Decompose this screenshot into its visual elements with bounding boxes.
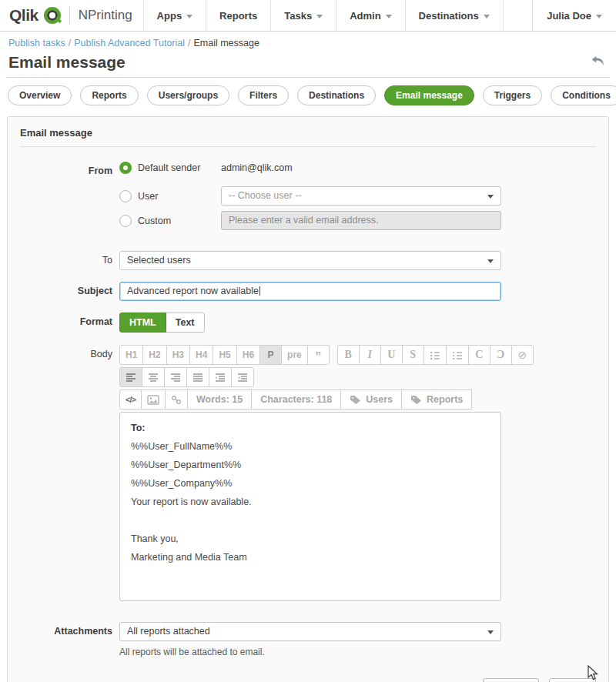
editor-line: %%User_Company%% — [131, 478, 490, 489]
choose-user-select[interactable]: -- Choose user -- — [221, 186, 501, 206]
clear-formatting-icon[interactable]: ⊘ — [511, 345, 534, 365]
body-editor[interactable]: To: %%User_FullName%% %%User_Department%… — [119, 412, 501, 601]
nav-item-admin[interactable]: Admin — [336, 0, 404, 31]
editor-line: Your report is now available. — [131, 496, 490, 507]
outdent-icon[interactable] — [231, 367, 254, 387]
brand-divider — [69, 7, 70, 24]
heading6-button[interactable]: H6 — [236, 345, 260, 365]
preformatted-button[interactable]: pre — [281, 345, 308, 365]
editor-line: Thank you, — [131, 533, 490, 544]
tab-triggers[interactable]: Triggers — [483, 85, 542, 105]
to-row: To Selected users — [8, 251, 608, 270]
radio-default-sender[interactable]: Default sender — [119, 162, 221, 174]
tab-overview[interactable]: Overview — [8, 85, 72, 105]
alignment-group — [119, 367, 254, 387]
ordered-list-icon[interactable] — [446, 345, 469, 365]
indent-icon[interactable] — [209, 367, 232, 387]
paragraph-button[interactable]: P — [259, 345, 282, 365]
body-toolbar-row-2 — [119, 367, 501, 387]
tab-conditions[interactable]: Conditions — [551, 85, 616, 105]
nav-item-destinations[interactable]: Destinations — [405, 0, 504, 31]
custom-email-input[interactable]: Please enter a valid email address. — [221, 211, 501, 230]
align-justify-icon[interactable] — [186, 367, 209, 387]
email-message-panel: Email message From Default sender admin@… — [7, 116, 609, 682]
radio-user[interactable]: User — [119, 190, 221, 202]
align-right-icon[interactable] — [164, 367, 187, 387]
tab-filters[interactable]: Filters — [238, 85, 289, 105]
format-toggle: HTML Text — [119, 313, 205, 333]
radio-button-icon[interactable] — [119, 215, 132, 227]
user-name: Julia Doe — [547, 10, 591, 22]
subject-input[interactable]: Advanced report now available — [119, 282, 501, 301]
undo-icon[interactable]: C — [490, 345, 512, 365]
tab-email-message[interactable]: Email message — [384, 85, 474, 105]
heading4-button[interactable]: H4 — [189, 345, 213, 365]
product-name: NPrinting — [79, 8, 132, 23]
insert-link-icon[interactable] — [165, 389, 188, 410]
nav-item-reports[interactable]: Reports — [206, 0, 270, 31]
format-label: Format — [8, 313, 119, 332]
nav-item-apps[interactable]: Apps — [143, 0, 206, 31]
subject-row: Subject Advanced report now available — [8, 282, 608, 301]
strikethrough-button[interactable]: S — [402, 345, 424, 365]
heading3-button[interactable]: H3 — [166, 345, 190, 365]
radio-button-icon[interactable] — [119, 190, 132, 202]
tab-destinations[interactable]: Destinations — [297, 85, 376, 105]
attachments-select[interactable]: All reports attached — [119, 622, 501, 641]
qlik-q-logo-icon — [44, 7, 61, 24]
blockquote-icon[interactable]: ” — [307, 345, 330, 365]
chevron-down-icon — [316, 15, 323, 18]
unordered-list-icon[interactable] — [424, 345, 447, 365]
insert-image-icon[interactable] — [141, 389, 166, 410]
italic-button[interactable]: I — [359, 345, 381, 365]
default-sender-email: admin@qlik.com — [221, 162, 293, 173]
format-html-button[interactable]: HTML — [119, 313, 166, 333]
qlik-brand[interactable]: Qlik NPrinting — [0, 0, 143, 31]
body-label: Body — [8, 345, 119, 364]
heading5-button[interactable]: H5 — [213, 345, 236, 365]
attachments-helper-text: All reports will be attached to email. — [119, 647, 501, 657]
chevron-down-icon — [596, 15, 602, 18]
body-toolbar-row-1: H1 H2 H3 H4 H5 H6 P pre ” B I — [119, 345, 501, 365]
tab-users-groups[interactable]: Users/groups — [147, 85, 229, 105]
select-caret-icon — [487, 259, 494, 263]
from-custom-row: Custom Please enter a valid email addres… — [8, 211, 608, 230]
code-view-icon[interactable]: </> — [119, 389, 142, 410]
redo-icon[interactable]: C — [468, 345, 490, 365]
tag-icon — [410, 395, 422, 405]
from-label: From — [8, 162, 119, 181]
breadcrumb-link-publish-tasks[interactable]: Publish tasks — [8, 38, 65, 48]
breadcrumb-link-publish-advanced-tutorial[interactable]: Publish Advanced Tutorial — [74, 38, 185, 48]
to-select[interactable]: Selected users — [119, 251, 501, 270]
tab-reports[interactable]: Reports — [80, 85, 138, 105]
format-text-button[interactable]: Text — [166, 313, 205, 333]
nprinting-page: Qlik NPrinting Apps Reports Tasks Admin — [0, 0, 616, 682]
radio-button-icon[interactable] — [119, 162, 132, 174]
heading2-button[interactable]: H2 — [142, 345, 166, 365]
editor-line: Marketing and Media Team — [131, 552, 490, 563]
bold-button[interactable]: B — [337, 345, 360, 365]
select-caret-icon — [487, 630, 494, 634]
block-style-group: H1 H2 H3 H4 H5 H6 P pre ” — [119, 345, 330, 365]
underline-button[interactable]: U — [380, 345, 403, 365]
cancel-button[interactable]: Cancel — [483, 678, 539, 682]
insert-report-variable-button[interactable]: Reports — [401, 389, 472, 410]
align-left-icon[interactable] — [119, 367, 142, 387]
undo-icon[interactable] — [589, 54, 607, 72]
heading1-button[interactable]: H1 — [119, 345, 143, 365]
save-button[interactable]: Save — [549, 678, 596, 682]
nav-menu: Apps Reports Tasks Admin Destinations — [143, 0, 504, 31]
text-cursor — [259, 286, 260, 296]
from-default-sender-row: From Default sender admin@qlik.com — [8, 162, 608, 181]
task-tabs: Overview Reports Users/groups Filters De… — [0, 78, 616, 112]
editor-line — [131, 515, 490, 526]
user-menu[interactable]: Julia Doe — [532, 0, 616, 31]
insert-user-variable-button[interactable]: Users — [340, 389, 402, 410]
nav-item-tasks[interactable]: Tasks — [270, 0, 336, 31]
editor-line: %%User_FullName%% — [131, 441, 490, 452]
radio-custom[interactable]: Custom — [119, 215, 221, 227]
chevron-down-icon — [386, 15, 392, 18]
align-center-icon[interactable] — [142, 367, 165, 387]
tag-icon — [350, 395, 361, 405]
subject-label: Subject — [8, 282, 119, 301]
